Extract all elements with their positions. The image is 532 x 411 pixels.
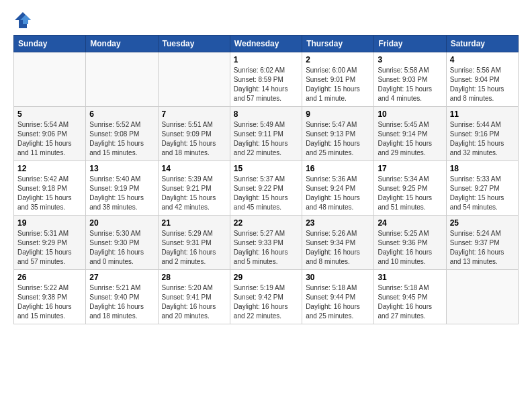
day-info: Sunrise: 5:34 AM Sunset: 9:25 PM Dayligh… [378,175,442,212]
day-info: Sunrise: 5:19 AM Sunset: 9:42 PM Dayligh… [234,283,298,321]
day-number: 21 [162,218,226,228]
calendar-cell: 29Sunrise: 5:19 AM Sunset: 9:42 PM Dayli… [230,270,302,324]
day-info: Sunrise: 6:02 AM Sunset: 8:59 PM Dayligh… [234,66,298,103]
day-number: 9 [306,109,370,119]
header-day: Saturday [446,36,518,52]
day-info: Sunrise: 5:39 AM Sunset: 9:21 PM Dayligh… [162,175,226,212]
day-info: Sunrise: 5:47 AM Sunset: 9:13 PM Dayligh… [306,120,370,158]
day-info: Sunrise: 6:00 AM Sunset: 9:01 PM Dayligh… [306,66,370,103]
calendar-cell: 17Sunrise: 5:34 AM Sunset: 9:25 PM Dayli… [374,161,446,216]
day-number: 20 [89,218,154,228]
day-info: Sunrise: 5:42 AM Sunset: 9:18 PM Dayligh… [17,175,82,212]
day-info: Sunrise: 5:58 AM Sunset: 9:03 PM Dayligh… [378,66,442,103]
header-day: Monday [86,36,158,52]
day-number: 8 [234,109,298,119]
calendar-header: SundayMondayTuesdayWednesdayThursdayFrid… [14,36,519,52]
calendar-cell: 26Sunrise: 5:22 AM Sunset: 9:38 PM Dayli… [14,270,86,324]
calendar-cell [158,52,230,107]
day-number: 7 [162,109,226,119]
calendar-cell: 9Sunrise: 5:47 AM Sunset: 9:13 PM Daylig… [302,107,374,161]
calendar-cell: 13Sunrise: 5:40 AM Sunset: 9:19 PM Dayli… [86,161,158,216]
day-info: Sunrise: 5:18 AM Sunset: 9:45 PM Dayligh… [378,283,442,321]
calendar-cell: 20Sunrise: 5:30 AM Sunset: 9:30 PM Dayli… [86,216,158,270]
day-number: 12 [17,164,82,173]
day-number: 4 [450,55,515,64]
calendar-page: SundayMondayTuesdayWednesdayThursdayFrid… [0,0,532,335]
day-number: 27 [89,273,154,282]
calendar-cell: 24Sunrise: 5:25 AM Sunset: 9:36 PM Dayli… [374,216,446,270]
day-number: 23 [306,218,370,228]
calendar-cell [14,52,86,107]
day-number: 5 [17,109,82,119]
day-number: 25 [450,218,515,228]
calendar-week-row: 1Sunrise: 6:02 AM Sunset: 8:59 PM Daylig… [14,52,519,107]
day-number: 29 [234,273,298,282]
calendar-week-row: 5Sunrise: 5:54 AM Sunset: 9:06 PM Daylig… [14,107,519,161]
calendar-cell: 21Sunrise: 5:29 AM Sunset: 9:31 PM Dayli… [158,216,230,270]
calendar-cell: 30Sunrise: 5:18 AM Sunset: 9:44 PM Dayli… [302,270,374,324]
day-info: Sunrise: 5:52 AM Sunset: 9:08 PM Dayligh… [89,120,154,158]
calendar-week-row: 12Sunrise: 5:42 AM Sunset: 9:18 PM Dayli… [14,161,519,216]
calendar-cell: 28Sunrise: 5:20 AM Sunset: 9:41 PM Dayli… [158,270,230,324]
day-number: 10 [378,109,442,119]
day-number: 14 [162,164,226,173]
calendar-cell: 7Sunrise: 5:51 AM Sunset: 9:09 PM Daylig… [158,107,230,161]
calendar-week-row: 19Sunrise: 5:31 AM Sunset: 9:29 PM Dayli… [14,216,519,270]
day-info: Sunrise: 5:24 AM Sunset: 9:37 PM Dayligh… [450,229,515,267]
calendar-cell: 15Sunrise: 5:37 AM Sunset: 9:22 PM Dayli… [230,161,302,216]
day-info: Sunrise: 5:27 AM Sunset: 9:33 PM Dayligh… [234,229,298,267]
calendar-cell [86,52,158,107]
calendar-cell: 6Sunrise: 5:52 AM Sunset: 9:08 PM Daylig… [86,107,158,161]
header-day: Wednesday [230,36,302,52]
day-info: Sunrise: 5:31 AM Sunset: 9:29 PM Dayligh… [17,229,82,267]
day-info: Sunrise: 5:44 AM Sunset: 9:16 PM Dayligh… [450,120,515,158]
day-info: Sunrise: 5:21 AM Sunset: 9:40 PM Dayligh… [89,283,154,321]
calendar-cell: 19Sunrise: 5:31 AM Sunset: 9:29 PM Dayli… [14,216,86,270]
day-number: 1 [234,55,298,64]
day-info: Sunrise: 5:45 AM Sunset: 9:14 PM Dayligh… [378,120,442,158]
header-row: SundayMondayTuesdayWednesdayThursdayFrid… [14,36,519,52]
day-number: 31 [378,273,442,282]
header-day: Sunday [14,36,86,52]
day-info: Sunrise: 5:36 AM Sunset: 9:24 PM Dayligh… [306,175,370,212]
day-info: Sunrise: 5:33 AM Sunset: 9:27 PM Dayligh… [450,175,515,212]
day-number: 2 [306,55,370,64]
day-info: Sunrise: 5:54 AM Sunset: 9:06 PM Dayligh… [17,120,82,158]
calendar-cell: 16Sunrise: 5:36 AM Sunset: 9:24 PM Dayli… [302,161,374,216]
calendar-cell: 10Sunrise: 5:45 AM Sunset: 9:14 PM Dayli… [374,107,446,161]
calendar-cell [446,270,518,324]
logo [13,11,35,30]
header [13,11,519,30]
day-number: 30 [306,273,370,282]
day-number: 19 [17,218,82,228]
calendar-cell: 1Sunrise: 6:02 AM Sunset: 8:59 PM Daylig… [230,52,302,107]
day-number: 26 [17,273,82,282]
header-day: Tuesday [158,36,230,52]
calendar-cell: 22Sunrise: 5:27 AM Sunset: 9:33 PM Dayli… [230,216,302,270]
day-info: Sunrise: 5:51 AM Sunset: 9:09 PM Dayligh… [162,120,226,158]
day-info: Sunrise: 5:29 AM Sunset: 9:31 PM Dayligh… [162,229,226,267]
calendar-cell: 23Sunrise: 5:26 AM Sunset: 9:34 PM Dayli… [302,216,374,270]
calendar-cell: 5Sunrise: 5:54 AM Sunset: 9:06 PM Daylig… [14,107,86,161]
day-info: Sunrise: 5:37 AM Sunset: 9:22 PM Dayligh… [234,175,298,212]
day-number: 13 [89,164,154,173]
day-info: Sunrise: 5:18 AM Sunset: 9:44 PM Dayligh… [306,283,370,321]
day-number: 11 [450,109,515,119]
logo-icon [13,11,32,30]
header-day: Friday [374,36,446,52]
day-number: 28 [162,273,226,282]
calendar-cell: 2Sunrise: 6:00 AM Sunset: 9:01 PM Daylig… [302,52,374,107]
day-number: 22 [234,218,298,228]
day-info: Sunrise: 5:25 AM Sunset: 9:36 PM Dayligh… [378,229,442,267]
calendar-cell: 3Sunrise: 5:58 AM Sunset: 9:03 PM Daylig… [374,52,446,107]
day-number: 18 [450,164,515,173]
day-info: Sunrise: 5:56 AM Sunset: 9:04 PM Dayligh… [450,66,515,103]
calendar-table: SundayMondayTuesdayWednesdayThursdayFrid… [13,35,519,324]
header-day: Thursday [302,36,374,52]
day-info: Sunrise: 5:22 AM Sunset: 9:38 PM Dayligh… [17,283,82,321]
calendar-cell: 11Sunrise: 5:44 AM Sunset: 9:16 PM Dayli… [446,107,518,161]
day-info: Sunrise: 5:40 AM Sunset: 9:19 PM Dayligh… [89,175,154,212]
day-number: 16 [306,164,370,173]
calendar-cell: 12Sunrise: 5:42 AM Sunset: 9:18 PM Dayli… [14,161,86,216]
calendar-cell: 14Sunrise: 5:39 AM Sunset: 9:21 PM Dayli… [158,161,230,216]
